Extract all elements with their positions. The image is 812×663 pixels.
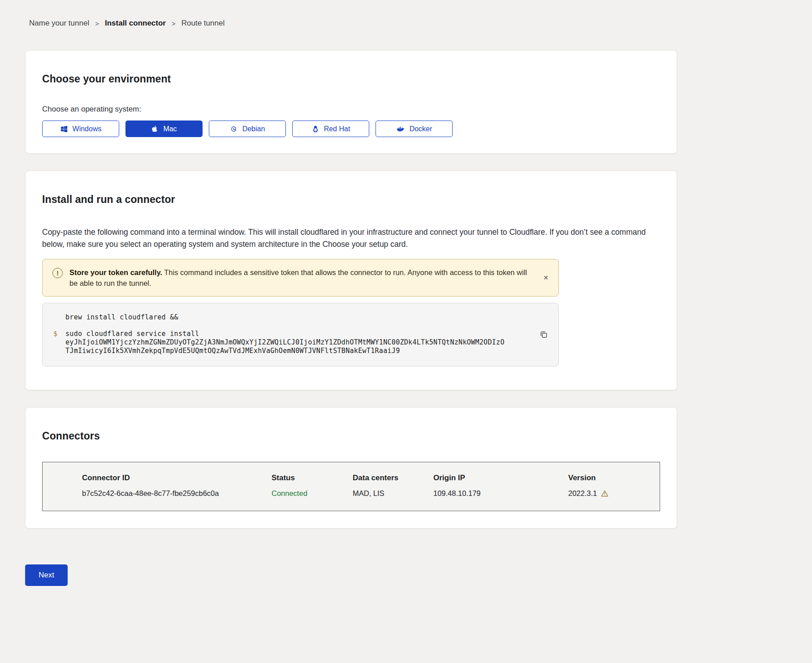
breadcrumb-step-name-your-tunnel[interactable]: Name your tunnel [29,19,89,28]
cell-connector-id: b7c52c42-6caa-48ee-8c77-fbe259cb6c0a [82,489,272,498]
os-button-label: Windows [73,125,102,133]
os-button-label: Debian [242,125,265,133]
shell-prompt: $ [53,330,65,338]
install-connector-card: Install and run a connector Copy-paste t… [25,171,677,390]
breadcrumb-step-install-connector[interactable]: Install connector [105,19,166,28]
cell-version: 2022.3.1 [568,489,651,498]
os-button-debian[interactable]: Debian [209,121,286,137]
linux-penguin-icon [311,125,320,133]
os-button-redhat[interactable]: Red Hat [292,121,369,137]
code-line: TJmIiwicyI6Ik5XVmhZekpqTmpVdE5UQmtOQzAwT… [53,347,529,355]
install-connector-title: Install and run a connector [42,194,660,206]
code-line: $ sudo cloudflared service install [53,330,529,338]
col-header-origin-ip: Origin IP [433,474,568,482]
windows-icon [60,125,68,133]
docker-whale-icon [396,125,405,133]
os-button-label: Docker [410,125,432,133]
connectors-title: Connectors [42,430,660,442]
os-button-label: Mac [163,125,177,133]
code-line-token-2: TJmIiwicyI6Ik5XVmhZekpqTmpVdE5UQmtOQzAwT… [65,347,400,355]
version-warning-triangle-icon[interactable] [601,490,609,497]
code-line: brew install cloudflared && [53,313,529,322]
shell-prompt-spacer [53,313,65,322]
code-line-service-install: sudo cloudflared service install [65,330,199,338]
os-button-label: Red Hat [324,125,350,133]
os-prompt-label: Choose an operating system: [42,105,660,114]
debian-swirl-icon [230,125,238,133]
os-button-group: Windows Mac Debian Red Hat [42,121,660,137]
breadcrumb-separator: > [95,20,99,27]
version-text: 2022.3.1 [568,489,597,498]
token-warning-callout: ! Store your token carefully. This comma… [42,259,559,297]
col-header-connector-id: Connector ID [82,474,272,482]
choose-environment-title: Choose your environment [42,73,660,85]
col-header-status: Status [272,474,353,482]
connectors-card: Connectors Connector ID Status Data cent… [25,407,677,529]
col-header-data-centers: Data centers [353,474,433,482]
next-button[interactable]: Next [25,564,68,586]
code-line: eyJhIjoiOWM1YjczYzhmZGNmZDUyOTg2ZjA3NmJm… [53,338,529,347]
install-command-code-block: brew install cloudflared && $ sudo cloud… [42,303,559,366]
connectors-table: Connector ID Status Data centers Origin … [42,462,660,511]
page-content: Name your tunnel > Install connector > R… [25,19,677,586]
apple-icon [151,125,159,133]
close-icon[interactable]: ✕ [543,274,549,281]
breadcrumb-step-route-tunnel[interactable]: Route tunnel [181,19,225,28]
breadcrumb-separator: > [172,20,176,27]
cell-status: Connected [272,489,353,498]
breadcrumb: Name your tunnel > Install connector > R… [29,19,677,28]
copy-command-button[interactable] [538,329,549,340]
shell-prompt-spacer [53,338,65,347]
choose-environment-card: Choose your environment Choose an operat… [25,50,677,154]
col-header-version: Version [568,474,651,482]
shell-prompt-spacer [53,347,65,355]
cell-data-centers: MAD, LIS [353,489,433,498]
os-button-docker[interactable]: Docker [376,121,453,137]
install-description: Copy-paste the following command into a … [42,226,657,250]
os-button-windows[interactable]: Windows [42,121,119,137]
copy-icon [540,331,548,339]
code-line-token-1: eyJhIjoiOWM1YjczYzhmZGNmZDUyOTg2ZjA3NmJm… [65,338,505,347]
code-line-brew-install: brew install cloudflared && [65,313,178,322]
token-warning-lead: Store your token carefully. [69,268,162,276]
os-button-mac[interactable]: Mac [125,121,203,137]
cell-origin-ip: 109.48.10.179 [433,489,568,498]
warning-circle-icon: ! [52,268,63,278]
token-warning-text: Store your token carefully. This command… [69,267,531,288]
